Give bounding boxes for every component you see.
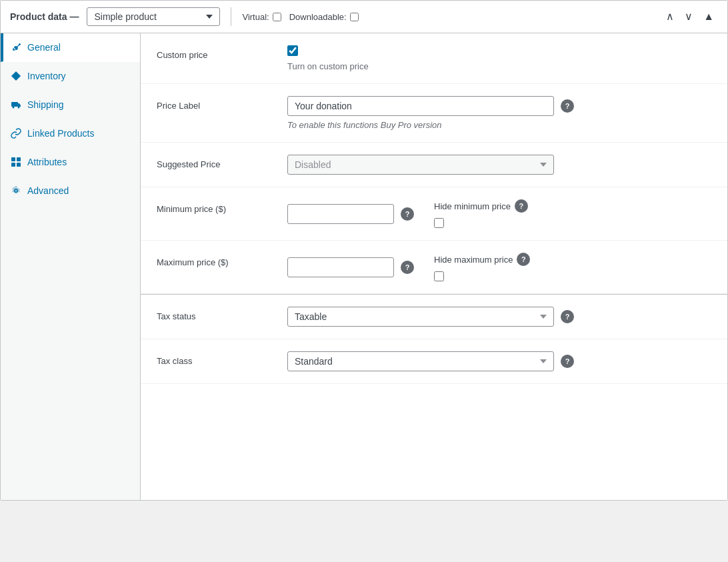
suggested-price-label: Suggested Price <box>157 155 277 171</box>
maximum-price-row: Maximum price ($) ? Hide maximum price ? <box>141 241 727 294</box>
tax-status-select[interactable]: Taxable Shipping only None <box>287 307 554 327</box>
minimum-price-input[interactable] <box>287 204 394 224</box>
maximum-hide-help-icon[interactable]: ? <box>517 253 530 266</box>
sidebar-item-attributes[interactable]: Attributes <box>1 148 140 177</box>
svg-rect-5 <box>11 163 15 167</box>
sidebar: General Inventory <box>1 33 141 500</box>
tax-class-select[interactable]: Standard Reduced rate Zero rate <box>287 351 554 371</box>
suggested-price-select[interactable]: Disabled Enabled <box>287 155 554 175</box>
svg-rect-0 <box>11 102 18 107</box>
product-data-title: Product data — <box>10 11 79 22</box>
product-data-header: Product data — Simple product Grouped pr… <box>1 1 727 33</box>
svg-rect-4 <box>17 157 21 161</box>
maximum-hide-section: Hide maximum price ? <box>434 253 530 281</box>
price-label-help-icon[interactable]: ? <box>561 99 574 113</box>
price-label-inline: ? <box>287 96 711 116</box>
header-controls: ∧ ∨ ▲ <box>662 10 718 23</box>
minimum-hide-checkbox[interactable] <box>434 218 444 228</box>
maximum-price-content: ? Hide maximum price ? <box>287 253 711 281</box>
svg-rect-6 <box>17 163 21 167</box>
minimum-price-help-icon[interactable]: ? <box>401 207 414 221</box>
price-label-pro-notice: To enable this functions Buy Pro version <box>287 120 711 130</box>
suggested-price-content: Disabled Enabled <box>287 155 711 175</box>
sidebar-item-shipping[interactable]: Shipping <box>1 91 140 119</box>
virtual-label[interactable]: Virtual: <box>242 12 281 22</box>
svg-rect-3 <box>11 157 15 161</box>
price-label-content: ? To enable this functions Buy Pro versi… <box>287 96 711 130</box>
grid-icon <box>10 156 22 168</box>
minimum-price-content: ? Hide minimum price ? <box>287 199 711 228</box>
minimum-hide-label-text: Hide minimum price ? <box>434 199 528 213</box>
sidebar-item-linked-products[interactable]: Linked Products <box>1 119 140 148</box>
tax-class-row: Tax class Standard Reduced rate Zero rat… <box>141 339 727 384</box>
product-data-body: General Inventory <box>1 33 727 500</box>
tax-status-row: Tax status Taxable Shipping only None ? <box>141 295 727 339</box>
maximum-hide-checkbox[interactable] <box>434 271 444 281</box>
price-label-input[interactable] <box>287 96 554 116</box>
sidebar-attributes-label: Attributes <box>27 157 67 167</box>
diamond-icon <box>10 70 22 82</box>
maximum-price-input[interactable] <box>287 257 394 277</box>
tax-class-content: Standard Reduced rate Zero rate ? <box>287 351 711 371</box>
content-area: Custom price Turn on custom price Price … <box>141 33 727 500</box>
link-icon <box>10 127 22 139</box>
collapse-up-button[interactable]: ∧ <box>662 10 678 23</box>
sidebar-linked-products-label: Linked Products <box>27 128 94 139</box>
wrench-icon <box>10 41 22 53</box>
tax-class-help-icon[interactable]: ? <box>561 355 574 368</box>
sidebar-general-label: General <box>27 42 61 53</box>
maximum-price-help-icon[interactable]: ? <box>401 261 414 274</box>
custom-price-label: Custom price <box>157 45 277 61</box>
sidebar-inventory-label: Inventory <box>27 71 66 81</box>
price-label-label: Price Label <box>157 96 277 112</box>
collapse-button[interactable]: ▲ <box>699 10 718 23</box>
sidebar-item-inventory[interactable]: Inventory <box>1 62 140 91</box>
price-label-row: Price Label ? To enable this functions B… <box>141 84 727 143</box>
sidebar-advanced-label: Advanced <box>27 185 69 196</box>
tax-class-inline: Standard Reduced rate Zero rate ? <box>287 351 711 371</box>
custom-price-help-text: Turn on custom price <box>287 61 711 71</box>
product-type-select[interactable]: Simple product Grouped product External/… <box>87 7 220 26</box>
suggested-price-row: Suggested Price Disabled Enabled <box>141 143 727 187</box>
product-data-panel: Product data — Simple product Grouped pr… <box>0 0 728 501</box>
minimum-price-inner: ? Hide minimum price ? <box>287 199 711 228</box>
virtual-checkbox[interactable] <box>273 13 281 21</box>
sidebar-shipping-label: Shipping <box>27 99 64 110</box>
svg-point-1 <box>13 107 15 109</box>
downloadable-label[interactable]: Downloadable: <box>289 12 359 22</box>
minimum-hide-section: Hide minimum price ? <box>434 199 528 228</box>
maximum-price-label: Maximum price ($) <box>157 253 277 269</box>
minimum-hide-help-icon[interactable]: ? <box>515 199 528 213</box>
custom-price-row: Custom price Turn on custom price <box>141 33 727 84</box>
minimum-price-label: Minimum price ($) <box>157 199 277 215</box>
tax-class-label: Tax class <box>157 351 277 367</box>
sidebar-item-advanced[interactable]: Advanced <box>1 177 140 205</box>
tax-status-label: Tax status <box>157 307 277 323</box>
maximum-hide-label-text: Hide maximum price ? <box>434 253 530 266</box>
maximum-price-inner: ? Hide maximum price ? <box>287 253 711 281</box>
tax-status-inline: Taxable Shipping only None ? <box>287 307 711 327</box>
custom-price-content: Turn on custom price <box>287 45 711 71</box>
collapse-down-button[interactable]: ∨ <box>681 10 697 23</box>
svg-point-2 <box>18 107 20 109</box>
tax-status-content: Taxable Shipping only None ? <box>287 307 711 327</box>
downloadable-checkbox[interactable] <box>350 13 359 21</box>
truck-icon <box>10 99 22 111</box>
minimum-price-row: Minimum price ($) ? Hide minimum price ? <box>141 187 727 241</box>
header-divider <box>231 7 231 26</box>
sidebar-item-general[interactable]: General <box>1 33 140 62</box>
tax-status-help-icon[interactable]: ? <box>561 310 574 323</box>
custom-price-check-group <box>287 45 711 56</box>
gear-icon <box>10 185 22 197</box>
custom-price-checkbox[interactable] <box>287 45 298 56</box>
